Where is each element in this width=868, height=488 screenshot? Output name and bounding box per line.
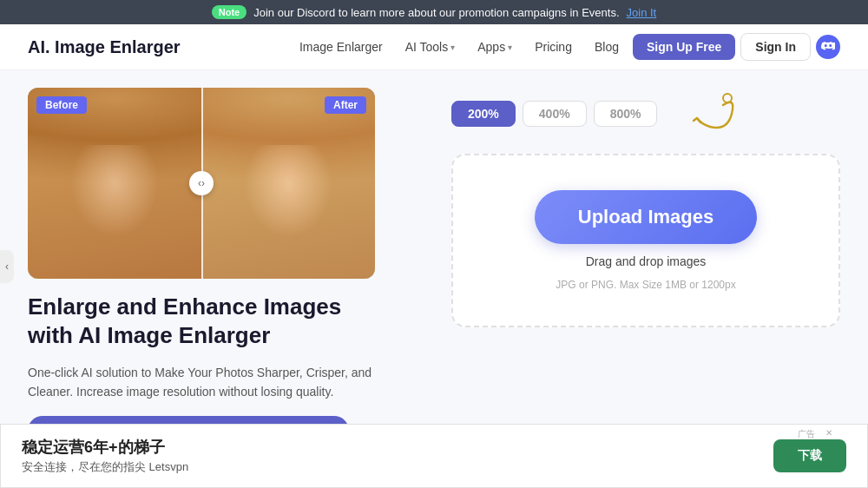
signin-button[interactable]: Sign In [740, 33, 811, 61]
ad-label: 广告 [798, 428, 815, 440]
notif-badge: Note [212, 5, 247, 19]
ad-text: 稳定运营6年+的梯子 安全连接，尽在您的指尖 Letsvpn [22, 437, 188, 475]
before-label: Before [36, 96, 87, 114]
chevron-down-icon: ▾ [450, 43, 455, 52]
chevron-down-icon: ▾ [508, 43, 512, 52]
nav-ai-tools[interactable]: AI Tools ▾ [397, 35, 464, 59]
right-panel: 200% 400% 800% Upload Images Drag and dr… [451, 88, 840, 445]
main-content: Before After [0, 70, 868, 463]
logo: AI. Image Enlarger [28, 37, 181, 57]
nav-blog[interactable]: Blog [586, 35, 628, 59]
notif-text: Join our Discord to learn more about our… [253, 6, 619, 19]
ad-banner: 广告 ✕ 稳定运营6年+的梯子 安全连接，尽在您的指尖 Letsvpn 下载 [0, 424, 868, 488]
discord-icon[interactable] [816, 35, 840, 59]
nav-image-enlarger[interactable]: Image Enlarger [291, 35, 391, 59]
arrow-doodle [671, 88, 740, 140]
before-after-image: Before After [28, 88, 375, 279]
drag-drop-hint: Drag and drop images [586, 254, 707, 268]
ad-subtitle: 安全连接，尽在您的指尖 Letsvpn [22, 459, 188, 475]
signup-button[interactable]: Sign Up Free [633, 34, 735, 60]
upload-images-button[interactable]: Upload Images [535, 190, 757, 244]
ad-close-button[interactable]: ✕ [825, 428, 832, 438]
scale-200-button[interactable]: 200% [451, 101, 516, 127]
scale-400-button[interactable]: 400% [523, 101, 587, 127]
main-nav: Image Enlarger AI Tools ▾ Apps ▾ Pricing… [291, 33, 840, 61]
scale-options: 200% 400% 800% [451, 101, 657, 127]
svg-point-0 [723, 94, 732, 102]
divider-handle[interactable]: ‹› [189, 171, 214, 195]
scale-800-button[interactable]: 800% [594, 101, 658, 127]
nav-apps[interactable]: Apps ▾ [469, 35, 521, 59]
nav-pricing[interactable]: Pricing [526, 35, 581, 59]
ad-cta-button[interactable]: 下载 [773, 439, 846, 472]
hero-subtext: One-click AI solution to Make Your Photo… [28, 363, 375, 402]
chevron-left-icon: ‹ [5, 260, 9, 273]
header: AI. Image Enlarger Image Enlarger AI Too… [0, 24, 868, 70]
after-label: After [325, 96, 366, 114]
scale-row: 200% 400% 800% [451, 88, 840, 140]
notification-bar: Note Join our Discord to learn more abou… [0, 0, 868, 24]
notif-link[interactable]: Join It [627, 6, 657, 19]
sidebar-collapse-button[interactable]: ‹ [0, 250, 14, 283]
upload-limit: JPG or PNG. Max Size 1MB or 1200px [556, 279, 735, 291]
page-headline: Enlarge and Enhance Images with AI Image… [28, 293, 375, 349]
ad-title: 稳定运营6年+的梯子 [22, 437, 188, 458]
upload-zone[interactable]: Upload Images Drag and drop images JPG o… [451, 154, 840, 327]
left-panel: Before After [28, 88, 417, 445]
